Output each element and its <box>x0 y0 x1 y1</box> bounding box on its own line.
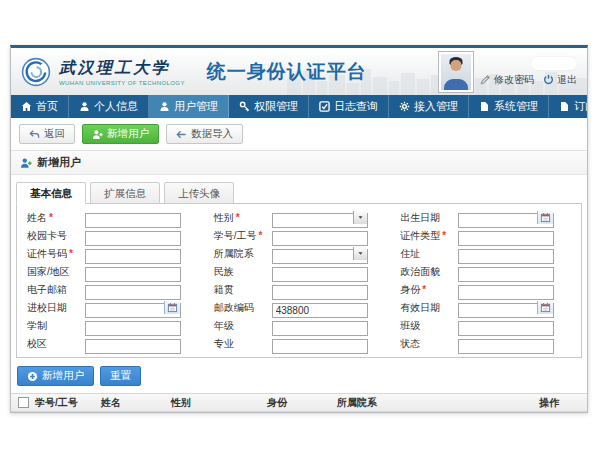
nav-item[interactable]: 系统管理 <box>469 95 549 118</box>
field-label: 住址* <box>400 247 458 261</box>
field-input[interactable] <box>85 285 181 300</box>
avatar-head <box>451 60 462 71</box>
field-label: 身份* <box>400 283 458 297</box>
change-password-link[interactable]: 修改密码 <box>480 73 534 87</box>
field-label: 进校日期* <box>27 301 85 315</box>
add-user-icon <box>20 157 32 169</box>
avatar-body <box>444 79 468 92</box>
field-label: 学号/工号* <box>214 229 272 243</box>
form-field: 性别* <box>206 210 393 225</box>
field-input[interactable] <box>458 285 554 300</box>
required-marker: * <box>258 230 262 241</box>
back-button[interactable]: 返回 <box>19 124 75 144</box>
tab[interactable]: 扩展信息 <box>90 182 160 204</box>
logout-label: 退出 <box>557 73 577 87</box>
home-icon <box>21 101 32 112</box>
field-input[interactable] <box>272 267 368 282</box>
field-input[interactable] <box>85 267 181 282</box>
header-links: 修改密码 退出 <box>480 73 577 87</box>
data-import-button[interactable]: 数据导入 <box>166 124 243 144</box>
field-input[interactable] <box>272 321 368 336</box>
university-logo-icon <box>21 57 51 87</box>
toolbar: 返回 新增用户 数据导入 <box>11 118 587 150</box>
table-column-header: 姓名 <box>101 396 171 410</box>
form-field: 姓名* <box>19 210 206 225</box>
caret-down-icon[interactable] <box>353 247 367 260</box>
form-field: 所属院系* <box>206 246 393 261</box>
nav-item[interactable]: 个人信息 <box>69 95 149 118</box>
nav-item[interactable]: 权限管理 <box>229 95 309 118</box>
university-name-en: WUHAN UNIVERSITY OF TECHNOLOGY <box>59 80 185 86</box>
nav-item-label: 接入管理 <box>414 99 458 114</box>
university-name-block: 武汉理工大学 WUHAN UNIVERSITY OF TECHNOLOGY <box>59 58 185 86</box>
form-field: 电子邮箱* <box>19 282 206 297</box>
form-actions: 新增用户 重置 <box>11 358 587 393</box>
submit-add-user-button[interactable]: 新增用户 <box>17 366 94 386</box>
nav-item[interactable]: 用户管理 <box>149 95 229 118</box>
field-input[interactable] <box>85 339 181 354</box>
field-label: 年级* <box>214 319 272 333</box>
nav-item[interactable]: 接入管理 <box>389 95 469 118</box>
field-input[interactable] <box>458 321 554 336</box>
form-field: 校区* <box>19 336 206 351</box>
field-input[interactable] <box>272 285 368 300</box>
field-input[interactable] <box>272 303 368 318</box>
gear-icon <box>399 101 410 112</box>
form-field: 状态* <box>392 336 579 351</box>
tab-bar: 基本信息 扩展信息 上传头像 <box>11 182 587 204</box>
results-table-header: 学号/工号姓名性别身份所属院系操作 <box>11 393 587 412</box>
import-arrow-icon <box>176 129 187 140</box>
field-input[interactable] <box>85 249 181 264</box>
field-input[interactable] <box>85 231 181 246</box>
table-column-header: 学号/工号 <box>35 396 101 410</box>
form-field: 证件号码* <box>19 246 206 261</box>
reset-button[interactable]: 重置 <box>100 366 141 386</box>
field-input[interactable] <box>458 339 554 354</box>
field-label: 校区* <box>27 337 85 351</box>
field-label: 证件号码* <box>27 247 85 261</box>
field-input[interactable] <box>458 249 554 264</box>
logout-link[interactable]: 退出 <box>543 73 577 87</box>
field-input[interactable] <box>272 339 368 354</box>
form-field: 专业* <box>206 336 393 351</box>
select-all-checkbox[interactable] <box>18 397 29 408</box>
app-window: 武汉理工大学 WUHAN UNIVERSITY OF TECHNOLOGY 统一… <box>10 45 588 413</box>
field-input[interactable] <box>272 231 368 246</box>
field-label: 专业* <box>214 337 272 351</box>
basic-info-panel: 姓名* 性别* <box>16 203 582 358</box>
power-icon <box>543 74 554 85</box>
calendar-icon[interactable] <box>537 211 553 224</box>
doc-icon <box>559 101 570 112</box>
app-header: 武汉理工大学 WUHAN UNIVERSITY OF TECHNOLOGY 统一… <box>11 48 587 95</box>
change-password-label: 修改密码 <box>494 73 534 87</box>
form-field: 年级* <box>206 318 393 333</box>
form-field: 班级* <box>392 318 579 333</box>
field-input[interactable] <box>458 231 554 246</box>
nav-item-label: 订阅管理 <box>574 99 588 114</box>
form-field: 出生日期* <box>392 210 579 225</box>
field-label: 电子邮箱* <box>27 283 85 297</box>
field-label: 学制* <box>27 319 85 333</box>
calendar-icon[interactable] <box>537 301 553 314</box>
nav-item[interactable]: 首页 <box>11 95 69 118</box>
calendar-icon[interactable] <box>164 301 180 314</box>
log-icon <box>319 101 330 112</box>
field-label: 班级* <box>400 319 458 333</box>
form-grid: 姓名* 性别* <box>17 204 581 357</box>
field-input[interactable] <box>85 213 181 228</box>
add-user-button[interactable]: 新增用户 <box>82 124 159 144</box>
nav-item[interactable]: 订阅管理 <box>549 95 588 118</box>
field-label: 所属院系* <box>214 247 272 261</box>
field-input[interactable] <box>458 267 554 282</box>
nav-item[interactable]: 日志查询 <box>309 95 389 118</box>
form-field: 进校日期* <box>19 300 206 315</box>
form-field: 证件类型* <box>392 228 579 243</box>
field-input[interactable] <box>85 321 181 336</box>
required-marker: * <box>422 284 426 295</box>
tab[interactable]: 上传头像 <box>164 182 234 204</box>
user-area: 修改密码 退出 <box>439 52 577 92</box>
caret-down-icon[interactable] <box>353 211 367 224</box>
tab[interactable]: 基本信息 <box>16 182 86 204</box>
table-column-header: 身份 <box>267 396 337 410</box>
username-placeholder <box>531 57 577 70</box>
